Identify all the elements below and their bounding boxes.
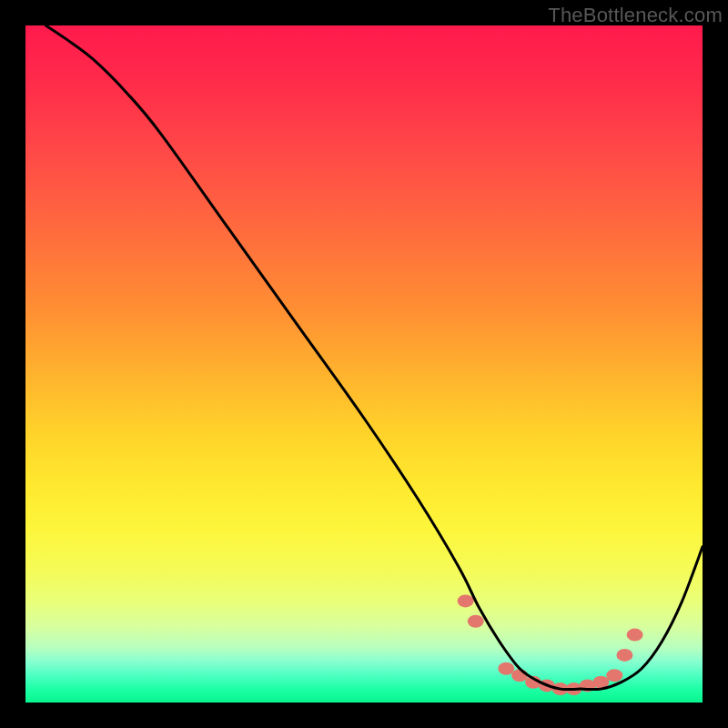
curve-layer (25, 25, 703, 703)
marker-dot (627, 629, 643, 642)
marker-dot (606, 669, 622, 682)
plot-area (25, 25, 703, 703)
marker-dot (616, 649, 632, 662)
highlight-markers (458, 594, 643, 695)
marker-dot (468, 615, 484, 628)
chart-frame: TheBottleneck.com (0, 0, 728, 728)
marker-dot (498, 662, 514, 675)
watermark-text: TheBottleneck.com (548, 4, 723, 27)
bottleneck-curve (46, 25, 703, 690)
marker-dot (458, 594, 474, 607)
marker-dot (511, 669, 528, 682)
